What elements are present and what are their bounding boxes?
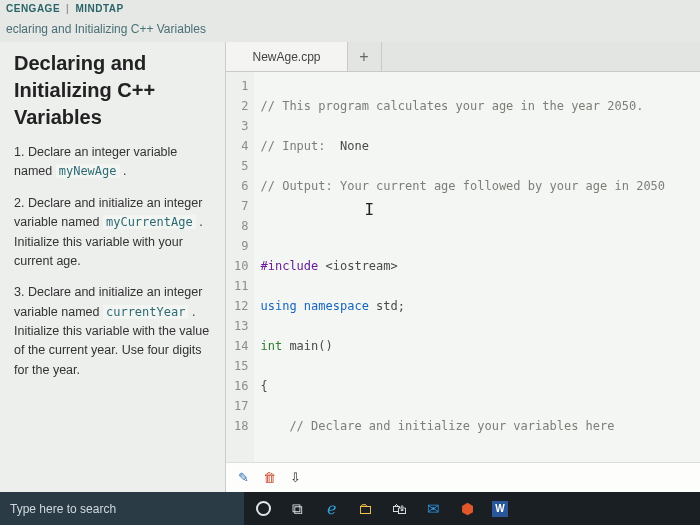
office-icon[interactable]: ⬢ (458, 500, 476, 518)
ln: 17 (226, 396, 248, 416)
edit-icon[interactable]: ✎ (238, 470, 249, 485)
cortana-icon[interactable] (254, 500, 272, 518)
tab-add-button[interactable]: + (348, 42, 382, 71)
editor-tabbar: NewAge.cpp + (226, 42, 700, 72)
download-icon[interactable]: ⇩ (290, 470, 301, 485)
code: <iostream> (318, 259, 397, 273)
edge-icon[interactable]: ℯ (322, 500, 340, 518)
brand-bar: CENGAGE | MINDTAP (0, 0, 700, 16)
plus-icon: + (359, 48, 368, 66)
taskbar-icons: ⧉ ℯ 🗀 🛍 ✉ ⬢ W (244, 492, 700, 525)
ln: 7 (226, 196, 248, 216)
mail-icon[interactable]: ✉ (424, 500, 442, 518)
ln: 6 (226, 176, 248, 196)
taskbar-search[interactable]: Type here to search (0, 492, 244, 525)
ln: 11 (226, 276, 248, 296)
breadcrumb-text: eclaring and Initializing C++ Variables (6, 22, 206, 36)
ln: 13 (226, 316, 248, 336)
brand-b: MINDTAP (75, 3, 123, 14)
code: #include (260, 259, 318, 273)
editor-toolbar: ✎ 🗑 ⇩ (226, 462, 700, 492)
taskview-icon[interactable]: ⧉ (288, 500, 306, 518)
step-2: 2. Declare and initialize an integer var… (14, 194, 213, 272)
code: ; (398, 299, 405, 313)
file-explorer-icon[interactable]: 🗀 (356, 500, 374, 518)
brand-a: CENGAGE (6, 3, 60, 14)
code-lines[interactable]: // This program calculates your age in t… (254, 72, 700, 462)
ln: 5 (226, 156, 248, 176)
ln: 14 (226, 336, 248, 356)
step-1-post: . (120, 164, 127, 178)
step-3-code: currentYear (103, 305, 188, 319)
step-1: 1. Declare an integer variable named myN… (14, 143, 213, 182)
step-3: 3. Declare and initialize an integer var… (14, 283, 213, 380)
code: // This program calculates your age in t… (260, 99, 643, 113)
code-editor: NewAge.cpp + 1 2 3 4 5 6 7 8 9 10 11 12 … (226, 42, 700, 492)
tab-label: NewAge.cpp (252, 50, 320, 64)
code: std (376, 299, 398, 313)
code: namespace (297, 299, 376, 313)
delete-icon[interactable]: 🗑 (263, 470, 276, 485)
step-1-code: myNewAge (56, 164, 120, 178)
ln: 10 (226, 256, 248, 276)
code: using (260, 299, 296, 313)
search-placeholder: Type here to search (10, 502, 116, 516)
breadcrumb: eclaring and Initializing C++ Variables (0, 16, 700, 42)
ln: 2 (226, 96, 248, 116)
code: // Output: Your current age followed by … (260, 179, 665, 193)
ln: 4 (226, 136, 248, 156)
text-caret: I (364, 200, 374, 220)
ln: 16 (226, 376, 248, 396)
ln: 15 (226, 356, 248, 376)
ln: 9 (226, 236, 248, 256)
ln: 1 (226, 76, 248, 96)
ln: 8 (226, 216, 248, 236)
ln: 12 (226, 296, 248, 316)
page-title: Declaring and Initializing C++ Variables (14, 50, 213, 131)
step-2-code: myCurrentAge (103, 215, 196, 229)
line-gutter: 1 2 3 4 5 6 7 8 9 10 11 12 13 14 15 16 1… (226, 72, 254, 462)
brand-sep: | (66, 3, 69, 14)
code: // Declare and initialize your variables… (260, 419, 614, 433)
code: main() (282, 339, 333, 353)
code: // Input: (260, 139, 339, 153)
ln: 18 (226, 416, 248, 436)
code: { (260, 379, 267, 393)
code: int (260, 339, 282, 353)
store-icon[interactable]: 🛍 (390, 500, 408, 518)
instructions-panel: Declaring and Initializing C++ Variables… (0, 42, 226, 492)
code: None (340, 139, 369, 153)
word-icon[interactable]: W (492, 501, 508, 517)
code-area[interactable]: 1 2 3 4 5 6 7 8 9 10 11 12 13 14 15 16 1… (226, 72, 700, 462)
ln: 3 (226, 116, 248, 136)
tab-newage[interactable]: NewAge.cpp (226, 42, 347, 71)
windows-taskbar: Type here to search ⧉ ℯ 🗀 🛍 ✉ ⬢ W (0, 492, 700, 525)
main-area: Declaring and Initializing C++ Variables… (0, 42, 700, 492)
